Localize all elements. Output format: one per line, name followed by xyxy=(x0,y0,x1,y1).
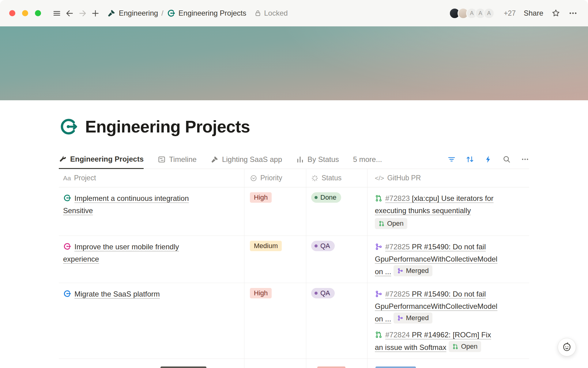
pull-request-merged-icon xyxy=(375,289,383,297)
breadcrumb-team[interactable]: Engineering xyxy=(107,9,158,17)
tab-lighting-saas-app[interactable]: Lighting SaaS app xyxy=(211,150,282,169)
pr-state-badge[interactable]: Merged xyxy=(394,312,432,324)
search-icon[interactable] xyxy=(503,155,511,163)
column-label: Project xyxy=(74,174,96,182)
column-header-status[interactable]: Status xyxy=(306,169,368,187)
priority-cell[interactable]: High xyxy=(244,283,306,358)
github-pr-mention: #72825 PR #15490: Do not fail GpuPerform… xyxy=(375,288,499,325)
code-property-icon: </> xyxy=(375,174,384,182)
status-cell[interactable]: Done xyxy=(306,187,368,236)
pull-request-merged-icon xyxy=(397,268,403,274)
board-icon xyxy=(296,155,304,163)
project-title-link[interactable]: Migrate the SaaS platform xyxy=(74,290,160,298)
pr-link[interactable]: #72823 [xla:cpu] Use iterators for execu… xyxy=(375,194,494,215)
status-label: QA xyxy=(320,241,330,251)
page-icon[interactable] xyxy=(59,117,78,136)
status-badge[interactable]: Done xyxy=(311,192,341,203)
pull-request-open-icon xyxy=(379,220,385,227)
column-label: Status xyxy=(322,174,341,182)
project-cell[interactable]: Improve the user mobile friendly experie… xyxy=(59,236,244,283)
status-dot xyxy=(315,292,318,295)
sort-icon[interactable] xyxy=(466,155,474,163)
tab-by-status[interactable]: By Status xyxy=(296,150,339,169)
pr-state-label: Open xyxy=(387,219,404,228)
tab-more-views[interactable]: 5 more... xyxy=(353,150,382,169)
pr-state-label: Merged xyxy=(406,313,429,323)
locked-toggle[interactable]: Locked xyxy=(254,9,288,17)
priority-cell[interactable]: High xyxy=(244,187,306,236)
favorite-star-icon[interactable] xyxy=(551,9,560,18)
arrow-right-icon xyxy=(78,9,87,18)
notion-window: Engineering / Engineering Projects Locke… xyxy=(0,0,588,368)
sidebar-toggle-button[interactable] xyxy=(50,7,63,20)
forward-button[interactable] xyxy=(76,7,89,20)
priority-cell[interactable]: Medium xyxy=(244,236,306,283)
pr-link[interactable]: #72825 PR #15490: Do not fail GpuPerform… xyxy=(375,290,497,323)
tab-timeline[interactable]: Timeline xyxy=(158,150,197,169)
automation-bolt-icon[interactable] xyxy=(484,155,492,163)
project-page-icon xyxy=(63,289,71,297)
column-header-github-pr[interactable]: </> GitHub PR xyxy=(368,169,529,187)
pr-number: #72824 xyxy=(385,331,410,339)
table-header: Aa Project Priority Status </> GitHub PR xyxy=(59,169,529,187)
arrow-left-icon xyxy=(65,9,74,18)
avatar-overflow-count[interactable]: +27 xyxy=(504,9,516,17)
new-tab-button[interactable] xyxy=(89,7,102,20)
pull-request-merged-icon xyxy=(375,242,383,250)
pr-state-badge[interactable]: Merged xyxy=(394,265,432,276)
minimize-window-button[interactable] xyxy=(22,10,28,16)
zoom-window-button[interactable] xyxy=(35,10,41,16)
tab-engineering-projects[interactable]: Engineering Projects xyxy=(59,150,144,169)
page-cover-image[interactable] xyxy=(0,26,588,100)
column-header-priority[interactable]: Priority xyxy=(244,169,306,187)
priority-badge[interactable]: High xyxy=(250,288,272,298)
status-badge[interactable]: QA xyxy=(311,241,335,251)
status-cell[interactable]: QA xyxy=(306,283,368,358)
github-pr-cell[interactable]: #72825 PR #15490: Do not fail GpuPerform… xyxy=(368,283,529,358)
pr-state-label: Merged xyxy=(406,266,429,275)
github-pr-mention: #72825 PR #15490: Do not fail GpuPerform… xyxy=(375,241,499,278)
avatar-stack: A A A xyxy=(449,8,495,19)
github-pr-mention: #72823 [xla:cpu] Use iterators for execu… xyxy=(375,192,499,231)
project-title-link[interactable]: Improve the user mobile friendly experie… xyxy=(63,243,179,263)
clipped-badge xyxy=(317,366,345,368)
ai-face-icon xyxy=(562,342,572,352)
priority-badge[interactable]: High xyxy=(250,192,272,203)
share-button[interactable]: Share xyxy=(524,9,543,17)
project-title-link[interactable]: Implement a continuous integration Sensi… xyxy=(63,194,189,215)
project-cell[interactable]: Migrate the SaaS platform xyxy=(59,283,244,358)
status-dot xyxy=(315,196,318,199)
breadcrumb-page[interactable]: Engineering Projects xyxy=(167,9,246,17)
github-pr-cell xyxy=(368,359,529,368)
pr-link[interactable]: #72825 PR #15490: Do not fail GpuPerform… xyxy=(375,243,497,276)
timeline-icon xyxy=(158,155,166,163)
priority-badge[interactable]: Medium xyxy=(250,241,282,251)
page-content: Engineering Projects Engineering Project… xyxy=(0,116,588,368)
close-window-button[interactable] xyxy=(9,10,15,16)
notion-ai-button[interactable] xyxy=(558,338,576,356)
pr-state-label: Open xyxy=(461,342,477,351)
github-pr-cell[interactable]: #72823 [xla:cpu] Use iterators for execu… xyxy=(368,187,529,236)
github-pr-cell[interactable]: #72825 PR #15490: Do not fail GpuPerform… xyxy=(368,236,529,283)
status-badge[interactable]: QA xyxy=(311,288,335,298)
text-property-icon: Aa xyxy=(63,174,71,182)
status-label: QA xyxy=(320,288,330,298)
status-property-icon xyxy=(311,174,318,182)
view-tabs-bar: Engineering Projects Timeline Lighting S… xyxy=(59,150,529,169)
hammer-icon xyxy=(211,155,219,163)
priority-cell xyxy=(244,359,306,368)
status-cell[interactable]: QA xyxy=(306,236,368,283)
tab-label: Engineering Projects xyxy=(70,155,144,163)
wrench-icon xyxy=(59,155,67,163)
github-pr-mention: #72824 PR #14962: [ROCm] Fix an issue wi… xyxy=(375,329,499,354)
column-header-project[interactable]: Aa Project xyxy=(59,169,244,187)
project-page-icon xyxy=(63,194,71,202)
pr-state-badge[interactable]: Open xyxy=(375,218,407,229)
filter-icon[interactable] xyxy=(447,155,456,163)
more-options-icon[interactable] xyxy=(568,9,578,18)
pr-state-badge[interactable]: Open xyxy=(449,341,481,352)
view-more-icon[interactable] xyxy=(521,155,529,163)
avatar[interactable]: A xyxy=(483,8,495,19)
project-cell[interactable]: Implement a continuous integration Sensi… xyxy=(59,187,244,236)
back-button[interactable] xyxy=(63,7,76,20)
